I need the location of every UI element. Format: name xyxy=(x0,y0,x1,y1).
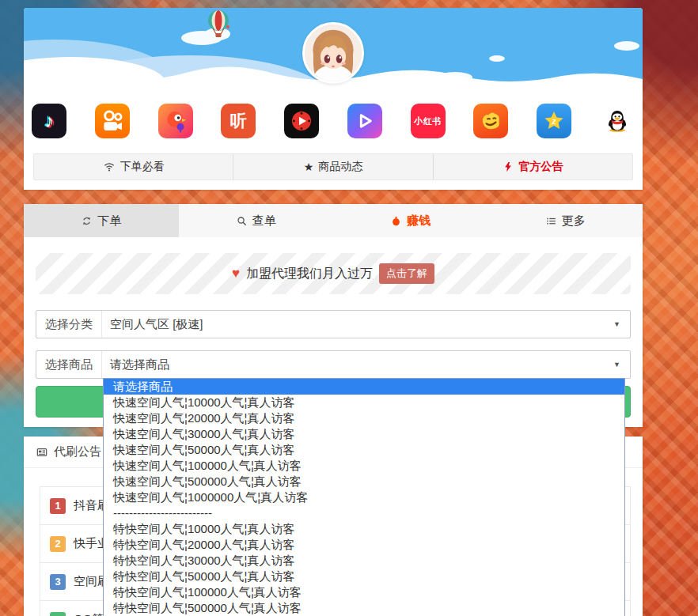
qzone-icon[interactable]: z xyxy=(537,104,571,138)
announcement-title: 代刷公告 xyxy=(54,444,101,459)
ting-label: 听 xyxy=(230,110,247,132)
dropdown-option[interactable]: 特快空间人气¦500000人气¦真人访客 xyxy=(104,600,624,616)
douyin-icon[interactable]: ♪ xyxy=(32,104,66,138)
list-icon xyxy=(545,215,557,227)
quick-link-label: 商品动态 xyxy=(318,160,362,174)
dropdown-option[interactable]: 特快空间人气¦10000人气¦真人访客 xyxy=(104,521,624,537)
kuaishou-icon[interactable] xyxy=(95,104,130,138)
agent-promo-banner[interactable]: ♥ 加盟代理我们月入过万 点击了解 xyxy=(36,253,631,294)
dropdown-option-separator[interactable]: ------------------------- xyxy=(104,505,624,521)
rank-badge: 2 xyxy=(50,536,66,552)
zuiyou-icon[interactable] xyxy=(473,104,508,138)
quick-link-product-news[interactable]: ★ 商品动态 xyxy=(233,154,432,180)
dropdown-option[interactable]: 特快空间人气¦100000人气¦真人访客 xyxy=(104,584,624,600)
dropdown-option[interactable]: 请选择商品 xyxy=(104,379,624,395)
rank-badge: 3 xyxy=(50,574,66,590)
dropdown-option[interactable]: 特快空间人气¦20000人气¦真人访客 xyxy=(104,537,624,553)
weishi-icon[interactable] xyxy=(347,104,382,138)
qq-icon[interactable] xyxy=(600,104,635,138)
rank-badge: 1 xyxy=(50,498,66,514)
quick-link-label: 官方公告 xyxy=(518,160,563,174)
quick-link-label: 下单必看 xyxy=(120,160,165,174)
tab-label: 下单 xyxy=(97,214,121,229)
refresh-icon xyxy=(81,215,93,227)
dropdown-option[interactable]: 快速空间人气¦10000人气¦真人访客 xyxy=(104,395,624,410)
xiaohongshu-label: 小红书 xyxy=(414,115,442,127)
category-label: 选择分类 xyxy=(36,311,102,338)
tab-bar: 下单 查单 赚钱 更多 xyxy=(24,204,643,237)
dropdown-option[interactable]: 快速空间人气¦30000人气¦真人访客 xyxy=(104,426,624,442)
dropdown-option[interactable]: 特快空间人气¦50000人气¦真人访客 xyxy=(104,569,624,584)
lightning-icon xyxy=(503,161,514,172)
category-select[interactable]: 空间人气区 [极速] ▼ xyxy=(102,317,630,332)
svg-text:z: z xyxy=(551,116,556,126)
chevron-down-icon: ▼ xyxy=(613,320,622,328)
category-select-row: 选择分类 空间人气区 [极速] ▼ xyxy=(36,310,631,338)
search-icon xyxy=(236,215,248,227)
header-card: ♪ 听 小红书 z 下单必看 ★ 商品动态 xyxy=(24,8,643,190)
tab-label: 赚钱 xyxy=(407,214,431,229)
chevron-down-icon: ▼ xyxy=(613,361,622,368)
category-value: 空间人气区 [极速] xyxy=(110,317,203,332)
quick-links-bar: 下单必看 ★ 商品动态 官方公告 xyxy=(33,153,633,180)
video-player-icon[interactable] xyxy=(284,104,319,138)
avatar[interactable] xyxy=(302,22,364,84)
product-label: 选择商品 xyxy=(36,351,102,378)
tab-check-order[interactable]: 查单 xyxy=(179,204,334,237)
quick-link-order-guide[interactable]: 下单必看 xyxy=(34,154,233,180)
tab-more[interactable]: 更多 xyxy=(488,204,643,237)
promo-cta-badge[interactable]: 点击了解 xyxy=(379,263,434,284)
karaoke-bird-icon[interactable] xyxy=(158,104,193,138)
product-select-dropdown: 请选择商品 快速空间人气¦10000人气¦真人访客 快速空间人气¦20000人气… xyxy=(103,378,625,616)
dropdown-option[interactable]: 快速空间人气¦100000人气¦真人访客 xyxy=(104,458,624,474)
tab-place-order[interactable]: 下单 xyxy=(24,204,179,237)
wifi-icon xyxy=(103,161,116,173)
xiaohongshu-icon[interactable]: 小红书 xyxy=(411,104,446,138)
promo-text: 加盟代理我们月入过万 xyxy=(246,266,373,282)
sky-banner xyxy=(24,8,643,87)
dropdown-option[interactable]: 快速空间人气¦50000人气¦真人访客 xyxy=(104,442,624,458)
announcement-icon xyxy=(36,446,48,459)
tab-label: 查单 xyxy=(252,214,276,229)
product-value: 请选择商品 xyxy=(110,357,169,372)
music-note-glyph: ♪ xyxy=(44,110,54,132)
tab-label: 更多 xyxy=(562,214,586,229)
product-select-row: 选择商品 请选择商品 ▼ xyxy=(36,350,631,379)
quick-link-official-notice[interactable]: 官方公告 xyxy=(433,154,632,180)
dropdown-option[interactable]: 特快空间人气¦30000人气¦真人访客 xyxy=(104,553,624,569)
listen-app-icon[interactable]: 听 xyxy=(221,104,256,138)
dropdown-option[interactable]: 快速空间人气¦500000人气¦真人访客 xyxy=(104,474,624,489)
dropdown-option[interactable]: 快速空间人气¦1000000人气¦真人访客 xyxy=(104,489,624,505)
app-icons-row: ♪ 听 小红书 z xyxy=(32,104,635,138)
moneybag-icon xyxy=(390,215,402,227)
star-icon: ★ xyxy=(304,161,314,173)
tab-earn-money[interactable]: 赚钱 xyxy=(333,204,488,237)
product-select[interactable]: 请选择商品 ▼ xyxy=(102,357,630,372)
dropdown-option[interactable]: 快速空间人气¦20000人气¦真人访客 xyxy=(104,410,624,426)
rank-badge: 4 xyxy=(50,612,66,616)
heart-icon: ♥ xyxy=(232,266,240,282)
